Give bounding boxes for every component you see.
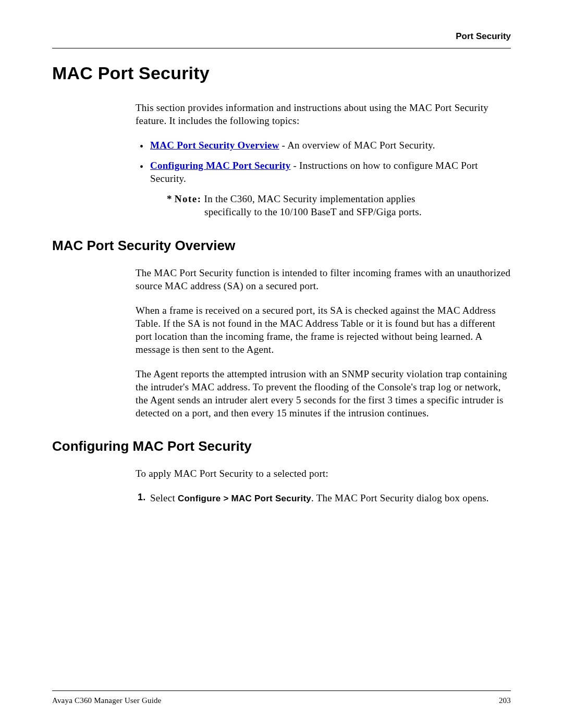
- config-block: To apply MAC Port Security to a selected…: [136, 467, 511, 505]
- link-overview[interactable]: MAC Port Security Overview: [150, 140, 279, 151]
- overview-p1: The MAC Port Security function is intend…: [136, 266, 511, 292]
- chapter-title: MAC Port Security: [52, 63, 511, 83]
- step-prefix: Select: [150, 492, 178, 503]
- running-header: Port Security: [52, 31, 511, 42]
- config-intro: To apply MAC Port Security to a selected…: [136, 467, 511, 480]
- page-footer: Avaya C360 Manager User Guide 203: [52, 690, 511, 705]
- topic-item: Configuring MAC Port Security - Instruct…: [150, 159, 511, 185]
- topic-desc: - An overview of MAC Port Security.: [279, 140, 435, 151]
- note-text-line2: specifically to the 10/100 BaseT and SFP…: [167, 205, 511, 218]
- footer-page-number: 203: [499, 696, 511, 705]
- step-list: 1. Select Configure > MAC Port Security.…: [136, 491, 511, 504]
- link-configuring[interactable]: Configuring MAC Port Security: [150, 160, 291, 171]
- step-number: 1.: [138, 491, 146, 504]
- overview-block: The MAC Port Security function is intend…: [136, 266, 511, 420]
- intro-paragraph: This section provides information and in…: [136, 101, 511, 127]
- step-menu-path: Configure > MAC Port Security: [178, 493, 311, 503]
- topic-item: MAC Port Security Overview - An overview…: [150, 139, 511, 152]
- note-star: *: [167, 193, 175, 204]
- header-rule: [52, 48, 511, 48]
- document-page: Port Security MAC Port Security This sec…: [0, 0, 563, 728]
- note-text-line1: In the C360, MAC Security implementation…: [202, 193, 415, 204]
- overview-p3: The Agent reports the attempted intrusio…: [136, 367, 511, 419]
- section-title-configuring: Configuring MAC Port Security: [52, 438, 511, 454]
- footer-guide-title: Avaya C360 Manager User Guide: [52, 696, 162, 705]
- intro-block: This section provides information and in…: [136, 101, 511, 219]
- step-item: 1. Select Configure > MAC Port Security.…: [150, 491, 511, 504]
- note-label: Note:: [175, 193, 202, 204]
- step-suffix: . The MAC Port Security dialog box opens…: [311, 492, 489, 503]
- section-title-overview: MAC Port Security Overview: [52, 238, 511, 254]
- footer-rule: [52, 690, 511, 691]
- overview-p2: When a frame is received on a secured po…: [136, 304, 511, 356]
- note-block: * Note: In the C360, MAC Security implem…: [167, 192, 511, 218]
- topic-list: MAC Port Security Overview - An overview…: [136, 139, 511, 185]
